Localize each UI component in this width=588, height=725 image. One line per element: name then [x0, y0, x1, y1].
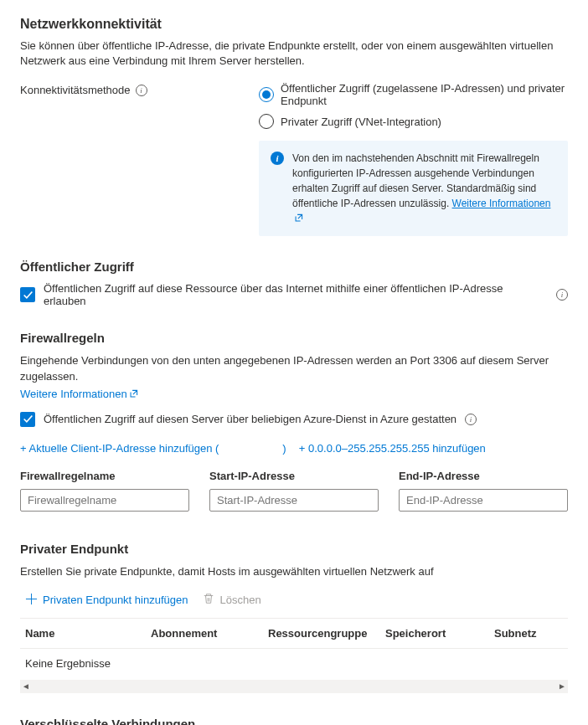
- public-access-checkbox-label: Öffentlichen Zugriff auf diese Ressource…: [44, 282, 548, 307]
- external-link-icon: [127, 388, 138, 400]
- azure-services-checkbox[interactable]: [20, 412, 35, 427]
- radio-unselected-icon: [259, 114, 274, 129]
- radio-public-label: Öffentlicher Zugriff (zugelassene IP-Adr…: [281, 82, 568, 107]
- public-access-checkbox[interactable]: [20, 287, 35, 302]
- info-icon[interactable]: i: [136, 85, 147, 96]
- info-icon[interactable]: i: [465, 414, 477, 425]
- firewall-col-start-header: Start-IP-Adresse: [209, 470, 379, 482]
- add-client-ip-link[interactable]: + Aktuelle Client-IP-Adresse hinzufügen …: [20, 442, 286, 455]
- connectivity-info-box: i Von den im nachstehenden Abschnitt mit…: [259, 141, 568, 236]
- plus-icon: [25, 593, 38, 608]
- endpoint-col-subnet[interactable]: Subnetz: [494, 627, 563, 640]
- firewall-col-end-header: End-IP-Adresse: [399, 470, 568, 482]
- scroll-left-arrow-icon[interactable]: ◄: [22, 681, 30, 691]
- add-private-endpoint-button[interactable]: Privaten Endpunkt hinzufügen: [25, 593, 188, 608]
- endpoint-col-resourcegroup[interactable]: Ressourcengruppe: [268, 627, 385, 640]
- firewall-name-input[interactable]: [20, 489, 189, 512]
- firewall-start-ip-input[interactable]: [209, 489, 379, 512]
- radio-selected-icon: [259, 87, 274, 102]
- info-icon[interactable]: i: [556, 289, 568, 301]
- trash-icon: [203, 593, 214, 607]
- connectivity-method-row: Konnektivitätsmethode i Öffentlicher Zug…: [20, 82, 568, 236]
- network-connectivity-title: Netzwerkkonnektivität: [20, 17, 568, 32]
- public-access-title: Öffentlicher Zugriff: [20, 260, 568, 274]
- endpoint-no-results: Keine Ergebnisse: [20, 649, 568, 678]
- firewall-more-info-link[interactable]: Weitere Informationen: [20, 388, 138, 400]
- endpoint-col-name[interactable]: Name: [25, 627, 151, 640]
- external-link-icon: [292, 213, 303, 224]
- radio-public-access[interactable]: Öffentlicher Zugriff (zugelassene IP-Adr…: [259, 82, 568, 107]
- firewall-title: Firewallregeln: [20, 331, 568, 345]
- private-endpoint-title: Privater Endpunkt: [20, 542, 568, 556]
- radio-private-label: Privater Zugriff (VNet-Integration): [281, 116, 441, 128]
- endpoint-col-location[interactable]: Speicherort: [385, 627, 494, 640]
- encrypted-connections-title: Verschlüsselte Verbindungen: [20, 717, 568, 725]
- firewall-end-ip-input[interactable]: [399, 489, 568, 512]
- scroll-right-arrow-icon[interactable]: ►: [558, 681, 566, 691]
- horizontal-scrollbar[interactable]: ◄ ►: [20, 680, 568, 693]
- firewall-col-name-header: Firewallregelname: [20, 470, 189, 482]
- delete-endpoint-button: Löschen: [203, 593, 260, 607]
- info-circle-icon: i: [271, 152, 284, 165]
- endpoint-table-header: Name Abonnement Ressourcengruppe Speiche…: [20, 618, 568, 649]
- connectivity-method-label: Konnektivitätsmethode: [20, 84, 131, 96]
- checkmark-icon: [23, 290, 34, 301]
- azure-services-checkbox-label: Öffentlichen Zugriff auf diesen Server ü…: [44, 413, 456, 425]
- firewall-description: Eingehende Verbindungen von den unten an…: [20, 353, 568, 383]
- info-box-text: Von den im nachstehenden Abschnitt mit F…: [292, 151, 556, 226]
- connectivity-radio-group: Öffentlicher Zugriff (zugelassene IP-Adr…: [259, 82, 568, 129]
- endpoint-col-subscription[interactable]: Abonnement: [151, 627, 268, 640]
- firewall-rules-table: Firewallregelname Start-IP-Adresse End-I…: [20, 470, 568, 512]
- checkmark-icon: [23, 414, 34, 424]
- radio-private-access[interactable]: Privater Zugriff (VNet-Integration): [259, 114, 568, 129]
- private-endpoint-description: Erstellen Sie private Endpunkte, damit H…: [20, 564, 568, 579]
- network-connectivity-description: Sie können über öffentliche IP-Adresse, …: [20, 39, 568, 69]
- add-all-ips-link[interactable]: + 0.0.0.0–255.255.255.255 hinzufügen: [299, 442, 486, 455]
